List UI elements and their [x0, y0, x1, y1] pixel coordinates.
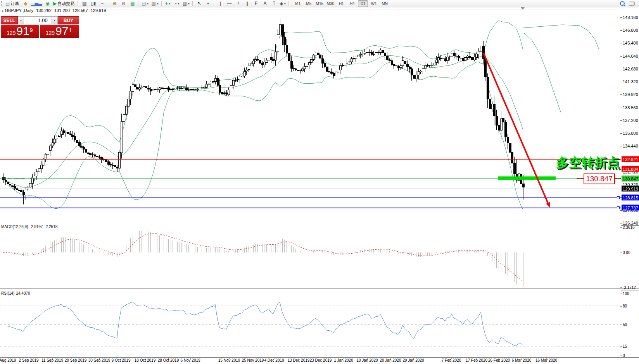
date-axis-tick [477, 357, 477, 359]
timeframe-m15[interactable]: M15 [314, 0, 325, 7]
timeframe-m5[interactable]: M5 [304, 0, 314, 7]
macd-axis-tick: 0.00 [623, 251, 630, 255]
price-badge: 128.815 [622, 195, 639, 201]
zoom-in-icon: ⊕ [113, 1, 117, 6]
date-axis-label: Aug 2019 [0, 358, 16, 362]
date-axis-tick [168, 357, 169, 359]
toolbar-separator [161, 1, 162, 6]
horizontal-line-icon[interactable]: — [225, 0, 233, 7]
timeframe-w1[interactable]: W1 [369, 0, 379, 7]
macd-axis-tick: 2.3616 [623, 225, 635, 230]
price-chart-pane[interactable] [0, 10, 621, 225]
toolbar-separator [138, 1, 139, 6]
buy-price-button[interactable]: 129 97 1 [40, 25, 79, 38]
rsi-value: 24.4070 [16, 291, 30, 295]
toolbar-separator [78, 1, 79, 6]
low-value: 128.567 [73, 8, 88, 13]
timeframe-m30[interactable]: M30 [325, 0, 335, 7]
date-axis-label: 7 Feb 2020 [442, 358, 461, 362]
strategy-tester-icon[interactable]: ◉ [43, 0, 52, 7]
arrows-tool-icon[interactable]: ◈▼ [279, 0, 287, 7]
date-axis-tick [299, 357, 299, 359]
timeframe-d1[interactable]: D1 [358, 0, 368, 7]
fibonacci-icon: F [255, 1, 257, 6]
main-toolbar: ▤订单◆▂▅▃◉▶自动交易▥▯▮~⊕⊖▦▤▼▥▼+▼◔▼▧▼↖+|—/∥FAT◈… [0, 0, 639, 7]
sell-button[interactable]: SELL [1, 16, 18, 24]
price-badge: 131.884 [622, 166, 639, 172]
pane-border [0, 357, 639, 358]
rsi-pane[interactable] [0, 290, 621, 357]
periods-icon[interactable]: ◔▼ [173, 0, 181, 7]
volume-input[interactable]: 1.00 [24, 16, 52, 24]
new-order-button[interactable]: ▤订单 [5, 0, 21, 7]
turning-point-annotation[interactable]: 多空转折点 [556, 154, 620, 172]
open-value: 130.262 [36, 8, 52, 13]
rsi-axis-tick: 0 [623, 354, 625, 358]
hline-handle[interactable] [617, 206, 620, 209]
timeframe-h1[interactable]: H1 [336, 0, 346, 7]
date-axis-label: 18 Oct 2019 [135, 358, 155, 362]
price-axis-tick: 145.400 [623, 41, 638, 45]
toolbar-separator [192, 1, 193, 6]
date-axis-label: 4 Dec 2019 [264, 358, 284, 362]
macd-pane[interactable] [0, 225, 621, 288]
channel-icon: ∥ [246, 1, 249, 6]
cursor-icon[interactable]: ↖ [195, 0, 203, 7]
tile-windows-icon[interactable]: ▦ [128, 0, 136, 7]
volume-increase-button[interactable]: ▲ [52, 16, 58, 24]
indicators-icon: + [165, 1, 168, 6]
date-axis-label: 25 Nov 2019 [242, 358, 264, 362]
price-badge: 129.919 [622, 186, 639, 192]
horizontal-line-icon: — [227, 1, 232, 6]
timeframe-mn[interactable]: MN [380, 0, 390, 7]
date-axis-label: 11 Sep 2019 [41, 358, 63, 362]
sell-price-button[interactable]: 129 91 9 [1, 25, 39, 38]
bar-chart-type-icon[interactable]: ▥ [80, 0, 88, 7]
toolbar-separator [214, 1, 215, 6]
price-axis-tick: 144.040 [623, 54, 638, 58]
candle-chart-type-icon[interactable]: ▯▮ [89, 0, 97, 7]
text-icon[interactable]: A [261, 0, 269, 7]
chart-shift-marker[interactable] [521, 7, 525, 12]
date-axis-tick [121, 357, 121, 359]
trendline-icon[interactable]: / [234, 0, 242, 7]
chevron-down-icon: ▼ [147, 2, 149, 5]
community-chat-icon[interactable] [629, 2, 635, 6]
date-axis-label: 10 Jan 2020 [356, 358, 378, 362]
line-chart-type-icon[interactable]: ~ [98, 0, 106, 7]
date-axis-tick [413, 357, 414, 359]
gold-icon[interactable]: ◆ [21, 0, 29, 7]
chevron-down-icon: ▼ [187, 2, 190, 5]
text-label-icon[interactable]: T [270, 0, 278, 7]
date-axis-tick [52, 357, 53, 359]
indicators-icon[interactable]: +▼ [164, 0, 172, 7]
date-axis-tick [253, 357, 253, 359]
vertical-line-icon: | [220, 1, 221, 6]
zoom-in-icon[interactable]: ⊕ [111, 0, 119, 7]
autotrade-button: ▶ [53, 1, 57, 6]
periods-icon: ◔ [174, 1, 177, 6]
profiles-icon[interactable]: ▥▼ [151, 0, 160, 7]
templates-icon[interactable]: ▧▼ [182, 0, 191, 7]
new-order-button: ▤ [5, 1, 10, 6]
hline-handle[interactable] [617, 196, 620, 199]
crosshair-icon[interactable]: + [204, 0, 212, 7]
timeframe-m1[interactable]: M1 [293, 0, 303, 7]
vertical-line-icon[interactable]: | [216, 0, 225, 7]
buy-button[interactable]: BUY [58, 16, 79, 24]
rsi-title: RSI(14) [1, 291, 14, 295]
date-axis-label: 15 Nov 2019 [218, 358, 240, 362]
zoom-out-icon[interactable]: ⊖ [119, 0, 128, 7]
timeframe-h4[interactable]: H4 [347, 0, 357, 7]
price-level-label[interactable]: 130.847 [584, 173, 615, 184]
channel-icon[interactable]: ∥ [243, 0, 251, 7]
profiles-icon: ▥ [152, 1, 156, 6]
price-axis-tick: 148.160 [623, 15, 638, 20]
date-axis-label: 2 Sep 2019 [19, 358, 38, 362]
fibonacci-icon[interactable]: F [252, 0, 260, 7]
symbol-search-icon[interactable] [620, 1, 625, 6]
market-watch-icon[interactable]: ▂▅▃ [30, 0, 43, 7]
new-chart-icon[interactable]: ▤▼ [141, 0, 150, 7]
volume-decrease-button[interactable]: ▼ [18, 16, 24, 24]
autotrade-button[interactable]: ▶自动交易 [52, 0, 76, 7]
